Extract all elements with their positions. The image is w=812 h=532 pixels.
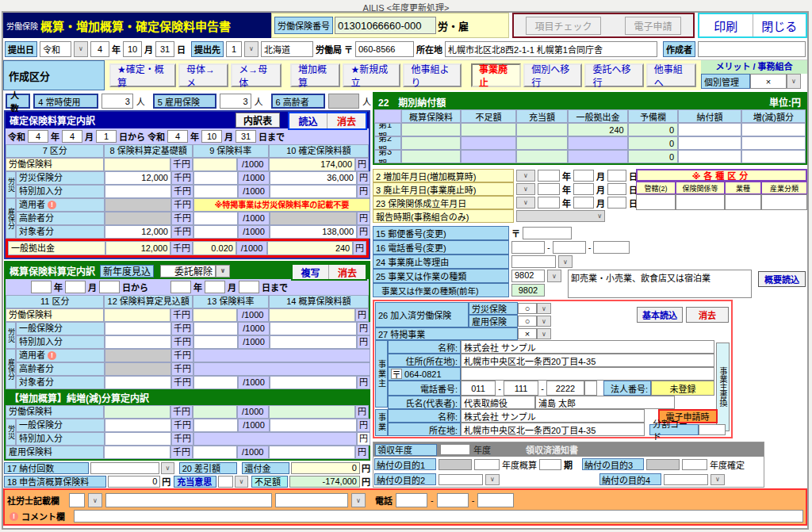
itaku-select[interactable]: 委託解除 xyxy=(160,265,216,277)
mokuteki-3-year[interactable] xyxy=(682,459,707,470)
korei-rate[interactable] xyxy=(193,212,238,225)
owner-name-input[interactable]: 株式会社 サンプル xyxy=(461,340,714,354)
g-ippan-basis[interactable] xyxy=(105,322,171,335)
itaku-dropdown-arrow-icon[interactable]: ∨ xyxy=(216,265,230,277)
insured-clear-button[interactable]: 消去 xyxy=(686,307,729,323)
mokuteki-1-year[interactable] xyxy=(474,459,500,470)
kubun-hoken-input[interactable] xyxy=(676,194,725,210)
kb-r3-nofu[interactable] xyxy=(678,150,741,163)
z-koyo-basis[interactable] xyxy=(104,446,170,459)
shurui-dropdown-arrow-icon[interactable]: ∨ xyxy=(547,270,561,282)
haishi-year-input[interactable] xyxy=(538,183,560,195)
g-day-from[interactable] xyxy=(99,281,120,293)
z-ippan-basis[interactable] xyxy=(105,419,171,432)
biz-name-input[interactable]: 株式会社 サンプル xyxy=(461,409,645,423)
btn-tajiso-yori[interactable]: 他事組より xyxy=(403,63,462,87)
haishi-day-input[interactable] xyxy=(607,183,626,195)
koyo-hoken-value[interactable]: ○ xyxy=(518,316,537,327)
owner-postal-extra[interactable] xyxy=(461,367,714,381)
mokuteki-4-select[interactable] xyxy=(664,474,708,485)
footer-tel-2[interactable] xyxy=(437,493,469,507)
btn-me-botai[interactable]: メ→母体 xyxy=(231,63,281,87)
g-taisho-amount[interactable] xyxy=(270,376,357,389)
sharoushi-dropdown2-arrow-icon[interactable]: ∨ xyxy=(351,493,366,507)
juto-dropdown-arrow-icon[interactable]: ∨ xyxy=(235,476,248,488)
rosai-hoken-value[interactable]: ○ xyxy=(518,303,537,314)
rosai-dropdown-arrow-icon[interactable]: ∨ xyxy=(537,303,551,314)
era-select-value[interactable]: 令和 xyxy=(40,41,71,57)
btn-botai-me[interactable]: 母体→メ xyxy=(178,63,228,87)
tokubetsu-rate[interactable] xyxy=(193,185,238,198)
nofu-dropdown-arrow-icon[interactable]: ∨ xyxy=(161,462,174,474)
receipt-year-input[interactable] xyxy=(440,444,470,455)
btn-itaku-iko[interactable]: 委託へ移行 xyxy=(584,63,643,87)
z-koyo-amount[interactable] xyxy=(269,446,356,459)
tokkei-value[interactable]: × xyxy=(518,328,537,339)
sharoushi-code[interactable] xyxy=(69,493,85,507)
gaisan-clear-button[interactable]: 消去 xyxy=(329,265,366,279)
g-month-to[interactable] xyxy=(205,281,225,293)
count-joji-value[interactable]: 3 xyxy=(102,94,133,109)
btn-jigyo-haishi[interactable]: 事業廃止 xyxy=(471,63,521,87)
period-month-from[interactable]: 4 xyxy=(62,130,82,143)
owner-tel-1[interactable]: 011 xyxy=(461,381,496,396)
uchiwake-button[interactable]: 内訳表 xyxy=(236,113,280,128)
sagyo-shurui-code[interactable]: 9802 xyxy=(511,270,545,282)
shinkoku-gaisan-value[interactable]: 0 xyxy=(108,476,161,488)
tokubetsu-amount[interactable] xyxy=(270,185,357,198)
nofu-kaisu-select[interactable] xyxy=(90,462,159,474)
era-dropdown-arrow-icon[interactable]: ∨ xyxy=(74,41,88,57)
z-tokubetsu-basis[interactable] xyxy=(105,432,171,446)
period-day-to[interactable]: 31 xyxy=(236,130,256,143)
seiritsu-year-input[interactable] xyxy=(538,197,560,209)
z-ippan-rate[interactable] xyxy=(193,419,238,432)
kb-r2-zogen[interactable] xyxy=(741,136,806,150)
g-taisho-basis[interactable] xyxy=(105,376,171,389)
tel-change-2[interactable] xyxy=(553,241,586,254)
owner-tel-2[interactable]: 111 xyxy=(504,381,538,396)
owner-rep-title[interactable]: 代表取締役 xyxy=(461,396,535,409)
haishi-month-input[interactable] xyxy=(573,183,594,195)
tokubetsu-basis[interactable] xyxy=(105,185,171,198)
seiritsu-month-input[interactable] xyxy=(573,197,594,209)
btn-kobetsu-iko[interactable]: 個別へ移行 xyxy=(523,63,582,87)
seiritsu-day-input[interactable] xyxy=(607,197,626,209)
mokuteki-2-select[interactable] xyxy=(439,474,483,485)
sharoushi-select2[interactable] xyxy=(275,493,348,507)
g-tokubetsu-amount[interactable] xyxy=(270,335,357,349)
tel-change-1[interactable] xyxy=(511,241,545,254)
z-koyo-rate[interactable] xyxy=(193,446,237,459)
kubun-sangyo-input[interactable] xyxy=(761,194,807,210)
tel-change-3[interactable] xyxy=(593,241,630,254)
sagyo-shurui-desc[interactable]: 卸売業・小売業、飲食店又は宿泊業 xyxy=(568,270,752,298)
houkoku-select[interactable]: ∨ xyxy=(516,210,605,222)
btn-zoka-gaisan[interactable]: 増加概算 xyxy=(290,63,340,87)
biz-addr-input[interactable]: 札幌市中央区北一条西20丁目4-35 xyxy=(461,423,645,436)
zoka-era-dropdown-arrow-icon[interactable]: ∨ xyxy=(516,170,535,182)
owner-rep-name[interactable]: 浦島 太郎 xyxy=(535,396,675,409)
g-tokubetsu-rate[interactable] xyxy=(193,335,238,349)
zoka-day-input[interactable] xyxy=(607,170,626,182)
submit-year-input[interactable]: 4 xyxy=(90,41,109,57)
juto-ishi-value[interactable] xyxy=(218,476,233,488)
period-year-from[interactable]: 4 xyxy=(28,130,48,143)
read-button[interactable]: 読込 xyxy=(289,113,327,128)
mokuteki-2-dropdown-arrow-icon[interactable]: ∨ xyxy=(485,474,500,485)
count-koyo-value[interactable]: 3 xyxy=(220,94,251,109)
owner-postal-value[interactable]: 064-0821 xyxy=(404,369,442,379)
dest-no-input[interactable]: 1 xyxy=(226,41,242,57)
insurance-number-value[interactable]: 01301066660-000 xyxy=(335,17,436,34)
btn-tajiso-e[interactable]: 他事組へ xyxy=(646,63,696,87)
haishi-era-dropdown-arrow-icon[interactable]: ∨ xyxy=(516,183,535,195)
kubun-kankatsu-input[interactable] xyxy=(636,194,676,210)
g-year-to[interactable] xyxy=(170,281,191,293)
print-button[interactable]: 印刷 xyxy=(699,14,753,36)
zoka-year-input[interactable] xyxy=(538,170,560,182)
owner-tel-3[interactable]: 2222 xyxy=(546,381,584,396)
btn-shinki[interactable]: ★新規成立 xyxy=(343,63,400,87)
copy-button[interactable]: 複写 xyxy=(293,265,329,279)
g-year-from[interactable] xyxy=(31,281,52,293)
kubun-gyoshu-input[interactable] xyxy=(725,194,761,210)
seiritsu-era-dropdown-arrow-icon[interactable]: ∨ xyxy=(516,197,535,209)
tokkei-dropdown-arrow-icon[interactable]: ∨ xyxy=(537,328,551,339)
